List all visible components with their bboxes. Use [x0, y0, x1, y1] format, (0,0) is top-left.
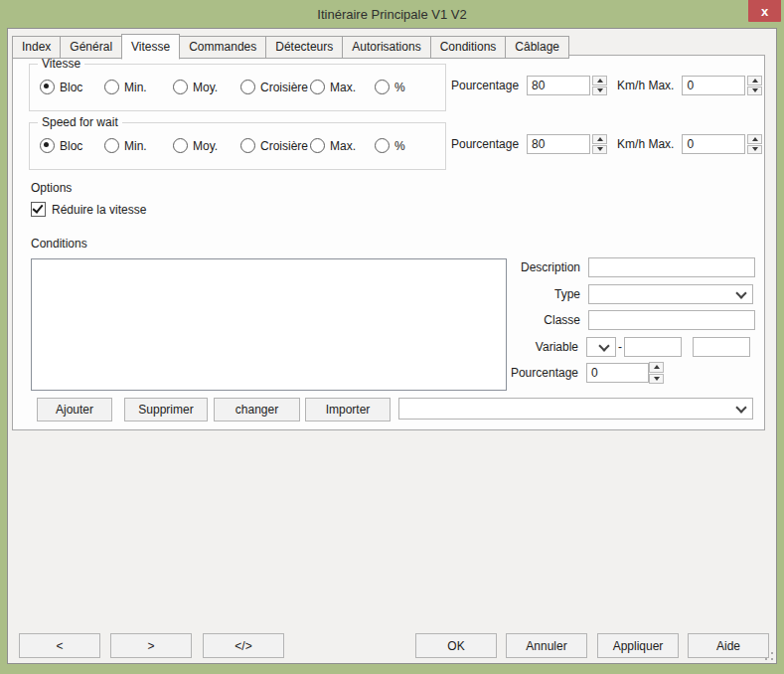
- radio-icon[interactable]: [375, 80, 390, 94]
- radio-icon[interactable]: [104, 80, 119, 94]
- chevron-down-icon[interactable]: [735, 402, 746, 413]
- wait-pourcentage-spinner: [592, 134, 607, 154]
- variable-input-2[interactable]: [693, 337, 750, 357]
- conditions-pourcentage-input[interactable]: [586, 363, 649, 383]
- nav-next-button[interactable]: >: [110, 633, 192, 658]
- kmh-max-label: Km/h Max.: [617, 137, 674, 151]
- type-row: Type: [501, 284, 753, 304]
- chevron-down-icon[interactable]: [598, 340, 609, 351]
- tab-cablage[interactable]: Câblage: [505, 36, 569, 59]
- spinner-up-icon[interactable]: [592, 76, 607, 85]
- spinner-down-icon[interactable]: [747, 86, 762, 96]
- conditions-pourcentage-spinner: [649, 362, 664, 384]
- radio-wait-min[interactable]: Min.: [104, 138, 147, 153]
- tab-index[interactable]: Index: [12, 36, 61, 59]
- variable-dropdown[interactable]: [586, 337, 616, 357]
- changer-button[interactable]: changer: [214, 398, 300, 421]
- resize-grip[interactable]: [763, 650, 773, 660]
- importer-button[interactable]: Importer: [305, 398, 391, 421]
- radio-vitesse-pourcent[interactable]: %: [375, 80, 405, 94]
- spinner-up-icon[interactable]: [747, 134, 762, 144]
- wait-kmh-input[interactable]: [682, 134, 745, 154]
- tab-autorisations[interactable]: Autorisations: [342, 36, 430, 59]
- vitesse-pourcentage-spinner: [592, 76, 607, 95]
- spinner-up-icon[interactable]: [747, 76, 762, 85]
- radio-selected-icon[interactable]: [40, 80, 55, 94]
- dialog-window: Itinéraire Principale V1 V2 x Index Géné…: [0, 0, 784, 674]
- conditions-pourcentage-row: Pourcentage: [499, 362, 664, 384]
- conditions-listbox[interactable]: [31, 258, 507, 391]
- radio-vitesse-moy[interactable]: Moy.: [173, 80, 218, 94]
- vitesse-pourcentage-input[interactable]: [527, 76, 590, 95]
- type-dropdown[interactable]: [588, 284, 753, 304]
- vitesse-percent-row: Pourcentage Km/h Max.: [451, 75, 762, 96]
- kmh-max-label: Km/h Max.: [617, 79, 674, 92]
- tab-general[interactable]: Général: [60, 36, 122, 59]
- speed-for-wait-group-title: Speed for wait: [38, 115, 122, 129]
- type-label: Type: [501, 287, 580, 301]
- classe-label: Classe: [501, 313, 580, 327]
- tab-vitesse[interactable]: Vitesse: [121, 34, 180, 60]
- radio-vitesse-max[interactable]: Max.: [310, 80, 356, 94]
- radio-icon[interactable]: [310, 80, 325, 94]
- appliquer-button[interactable]: Appliquer: [597, 633, 679, 658]
- radio-vitesse-croisiere[interactable]: Croisière: [240, 80, 308, 94]
- radio-icon[interactable]: [240, 80, 255, 94]
- supprimer-button[interactable]: Supprimer: [124, 398, 208, 421]
- classe-row: Classe: [501, 310, 755, 330]
- checkbox-checked-icon[interactable]: [31, 202, 46, 217]
- annuler-button[interactable]: Annuler: [506, 633, 587, 658]
- vitesse-group: Vitesse Bloc Min. Moy. Croisière: [29, 64, 446, 111]
- close-button[interactable]: x: [748, 0, 781, 22]
- wait-percent-row: Pourcentage Km/h Max.: [451, 133, 762, 155]
- vitesse-kmh-spinner: [747, 76, 762, 95]
- radio-wait-max[interactable]: Max.: [310, 138, 356, 153]
- pourcentage-label: Pourcentage: [451, 137, 519, 151]
- tab-detecteurs[interactable]: Détecteurs: [265, 36, 343, 59]
- description-row: Description: [501, 257, 755, 277]
- tab-strip: Index Général Vitesse Commandes Détecteu…: [12, 34, 568, 59]
- radio-icon[interactable]: [104, 138, 119, 153]
- variable-input-1[interactable]: [624, 337, 682, 357]
- radio-wait-moy[interactable]: Moy.: [173, 138, 218, 153]
- description-label: Description: [501, 260, 580, 274]
- variable-row: Variable -: [499, 337, 750, 357]
- spinner-down-icon[interactable]: [592, 86, 607, 96]
- ok-button[interactable]: OK: [415, 633, 497, 658]
- radio-vitesse-min[interactable]: Min.: [104, 80, 147, 94]
- radio-icon[interactable]: [375, 138, 390, 153]
- radio-vitesse-bloc[interactable]: Bloc: [40, 80, 82, 94]
- spinner-down-icon[interactable]: [747, 145, 762, 155]
- spinner-up-icon[interactable]: [649, 362, 664, 373]
- nav-prev-button[interactable]: <: [19, 633, 100, 658]
- tab-page-vitesse: Vitesse Bloc Min. Moy. Croisière: [12, 55, 765, 430]
- radio-icon[interactable]: [173, 80, 188, 94]
- tab-conditions[interactable]: Conditions: [430, 36, 507, 59]
- tab-commandes[interactable]: Commandes: [179, 36, 266, 59]
- classe-input[interactable]: [588, 310, 755, 330]
- conditions-combo[interactable]: [398, 398, 753, 420]
- radio-wait-bloc[interactable]: Bloc: [40, 138, 82, 153]
- wait-pourcentage-input[interactable]: [527, 134, 590, 154]
- radio-selected-icon[interactable]: [40, 138, 55, 153]
- radio-icon[interactable]: [173, 138, 188, 153]
- radio-wait-croisiere[interactable]: Croisière: [240, 138, 308, 153]
- spinner-down-icon[interactable]: [649, 374, 664, 385]
- nav-code-button[interactable]: </>: [203, 633, 284, 658]
- description-input[interactable]: [588, 257, 755, 277]
- radio-icon[interactable]: [310, 138, 325, 153]
- chevron-down-icon[interactable]: [735, 287, 746, 298]
- spinner-down-icon[interactable]: [592, 145, 607, 155]
- pourcentage-label: Pourcentage: [499, 366, 578, 380]
- wait-kmh-spinner: [747, 134, 762, 154]
- radio-wait-pourcent[interactable]: %: [375, 138, 405, 153]
- pourcentage-label: Pourcentage: [451, 79, 519, 92]
- window-title: Itinéraire Principale V1 V2: [0, 7, 784, 22]
- variable-label: Variable: [499, 340, 578, 354]
- radio-icon[interactable]: [240, 138, 255, 153]
- reduire-vitesse-checkbox[interactable]: Réduire la vitesse: [31, 202, 146, 217]
- ajouter-button[interactable]: Ajouter: [37, 398, 112, 421]
- vitesse-kmh-input[interactable]: [682, 76, 745, 95]
- aide-button[interactable]: Aide: [688, 633, 769, 658]
- spinner-up-icon[interactable]: [592, 134, 607, 144]
